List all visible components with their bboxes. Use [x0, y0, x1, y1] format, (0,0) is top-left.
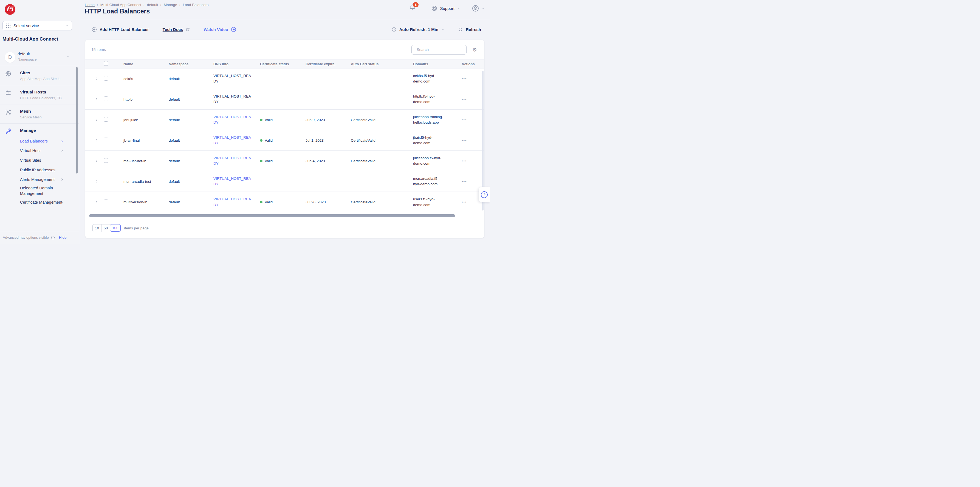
sidebar-scrollbar[interactable] — [76, 67, 78, 173]
sidebar-item-delegated-domain-management[interactable]: Delegated Domain Management — [0, 184, 79, 197]
breadcrumb-item[interactable]: Multi-Cloud App Connect — [100, 3, 141, 7]
page-size-option-50[interactable]: 50 — [102, 224, 110, 232]
sidebar-item-load-balancers[interactable]: Load Balancers — [0, 136, 79, 146]
row-expander[interactable] — [92, 200, 101, 204]
hide-advanced-nav-link[interactable]: Hide — [59, 235, 67, 240]
namespace-selector[interactable]: D default Namespace — [0, 51, 79, 66]
support-menu[interactable]: Support — [431, 5, 460, 11]
virtual-hosts-icon — [5, 90, 11, 96]
row-expander[interactable] — [92, 159, 101, 163]
cell-dns-info[interactable]: VIRTUAL_HOST_READY — [213, 135, 252, 146]
select-all-checkbox[interactable] — [104, 61, 108, 66]
cell-domains: juiceshop.training.helloclouds.app — [413, 114, 444, 125]
row-expander[interactable] — [92, 138, 101, 142]
cell-dns-info[interactable]: VIRTUAL_HOST_READY — [213, 197, 252, 208]
cell-namespace: default — [165, 138, 210, 143]
row-actions-menu[interactable]: ••• — [458, 118, 484, 122]
cell-certificate-status: Valid — [257, 159, 302, 163]
watch-video-link[interactable]: Watch Video — [204, 27, 236, 32]
column-header-certificate-expira: Certificate expira... — [302, 62, 348, 66]
row-checkbox[interactable] — [104, 76, 108, 81]
sidebar-item-alerts-management[interactable]: Alerts Management — [0, 174, 79, 184]
namespace-avatar: D — [5, 52, 15, 63]
table-row: mcn-arcadia-testdefaultVIRTUAL_HOST_READ… — [85, 171, 484, 192]
row-actions-menu[interactable]: ••• — [458, 179, 484, 184]
row-expander[interactable] — [92, 179, 101, 183]
ellipsis-icon: ••• — [461, 179, 467, 184]
breadcrumb-item[interactable]: Manage — [164, 3, 177, 7]
notifications-button[interactable]: 5 — [409, 3, 418, 13]
row-checkbox[interactable] — [104, 179, 108, 183]
breadcrumb-item[interactable]: default — [147, 3, 158, 7]
sidebar-section-mesh[interactable]: MeshService Mesh — [0, 105, 79, 124]
horizontal-scrollbar[interactable] — [89, 214, 455, 217]
table-settings-gear-icon[interactable]: ⚙ — [472, 47, 477, 52]
sidebar-section-sites[interactable]: SitesApp Site Map, App Site Li... — [0, 66, 79, 85]
section-subtitle: App Site Map, App Site Li... — [20, 77, 79, 81]
column-header-dns-info: DNS Info — [210, 62, 257, 66]
sidebar-item-public-ip-addresses[interactable]: Public IP Addresses — [0, 165, 79, 174]
cell-certificate-status: Valid — [257, 118, 302, 122]
cell-dns-info: VIRTUAL_HOST_READY — [213, 94, 252, 105]
tech-docs-label: Tech Docs — [163, 27, 183, 32]
row-checkbox[interactable] — [104, 200, 108, 204]
sidebar-section-virtual-hosts[interactable]: Virtual HostsHTTP Load Balancers, TC... — [0, 85, 79, 105]
cell-domains: mcn.arcadia.f5-hyd-demo.com — [413, 176, 444, 187]
ellipsis-icon: ••• — [461, 200, 467, 204]
search-input[interactable] — [417, 48, 466, 52]
refresh-icon — [458, 27, 463, 32]
row-expander[interactable] — [92, 118, 101, 122]
row-checkbox[interactable] — [104, 158, 108, 163]
cell-name: mcn-arcadia-test — [121, 179, 165, 184]
add-http-load-balancer-button[interactable]: Add HTTP Load Balancer — [91, 27, 149, 32]
account-menu[interactable] — [471, 5, 485, 12]
valid-status-dot — [260, 119, 262, 121]
section-title: Virtual Hosts — [20, 89, 79, 95]
row-actions-menu[interactable]: ••• — [458, 97, 484, 102]
tech-docs-link[interactable]: Tech Docs — [163, 27, 190, 32]
f5-console-page: { "header": { "breadcrumb": ["Home", "Mu… — [0, 0, 490, 244]
cell-dns-info[interactable]: VIRTUAL_HOST_READY — [213, 176, 252, 187]
pagination: 1050100 items per page — [92, 224, 149, 232]
section-title: Manage — [20, 127, 79, 133]
namespace-name: default — [18, 52, 30, 56]
add-button-label: Add HTTP Load Balancer — [100, 27, 149, 32]
row-expander[interactable] — [92, 97, 101, 101]
column-header-name: Name — [121, 62, 165, 66]
select-service-dropdown[interactable]: Select service — [2, 21, 72, 30]
sidebar-item-certificate-management[interactable]: Certificate Management — [0, 197, 79, 207]
sidebar: f5 Select service Multi-Cloud App Connec… — [0, 0, 79, 244]
help-button[interactable]: ? — [479, 187, 490, 202]
breadcrumb-item[interactable]: Home — [85, 3, 95, 7]
page-title: HTTP Load Balancers — [85, 8, 150, 15]
row-checkbox[interactable] — [104, 117, 108, 122]
breadcrumb-item: Load Balancers — [183, 3, 208, 7]
cell-dns-info[interactable]: VIRTUAL_HOST_READY — [213, 114, 252, 125]
auto-refresh-dropdown[interactable]: Auto-Refresh: 1 Min — [399, 27, 439, 32]
sidebar-item-virtual-host[interactable]: Virtual Host — [0, 146, 79, 155]
items-per-page-selector: 1050100 — [92, 224, 121, 232]
sidebar-item-virtual-sites[interactable]: Virtual Sites — [0, 155, 79, 165]
row-checkbox[interactable] — [104, 97, 108, 101]
page-size-option-100[interactable]: 100 — [110, 224, 121, 232]
refresh-button[interactable]: Refresh — [466, 27, 481, 32]
ellipsis-icon: ••• — [461, 138, 467, 143]
product-title: Multi-Cloud App Connect — [2, 36, 58, 42]
support-label: Support — [440, 6, 455, 11]
table-row: multiversion-lbdefaultVIRTUAL_HOST_READY… — [85, 192, 484, 213]
row-actions-menu[interactable]: ••• — [458, 138, 484, 143]
row-expander[interactable] — [92, 77, 101, 81]
row-actions-menu[interactable]: ••• — [458, 77, 484, 81]
chevron-right-icon — [60, 139, 64, 143]
valid-status-dot — [260, 201, 262, 203]
cell-dns-info[interactable]: VIRTUAL_HOST_READY — [213, 155, 252, 167]
column-header-domains: Domains — [410, 62, 458, 66]
page-size-option-10[interactable]: 10 — [93, 224, 102, 232]
ellipsis-icon: ••• — [461, 97, 467, 102]
column-header-actions: Actions — [458, 62, 484, 66]
row-actions-menu[interactable]: ••• — [458, 159, 484, 163]
section-title: Sites — [20, 70, 79, 76]
section-subtitle: Service Mesh — [20, 115, 79, 119]
row-checkbox[interactable] — [104, 138, 108, 142]
external-link-icon — [186, 27, 190, 32]
